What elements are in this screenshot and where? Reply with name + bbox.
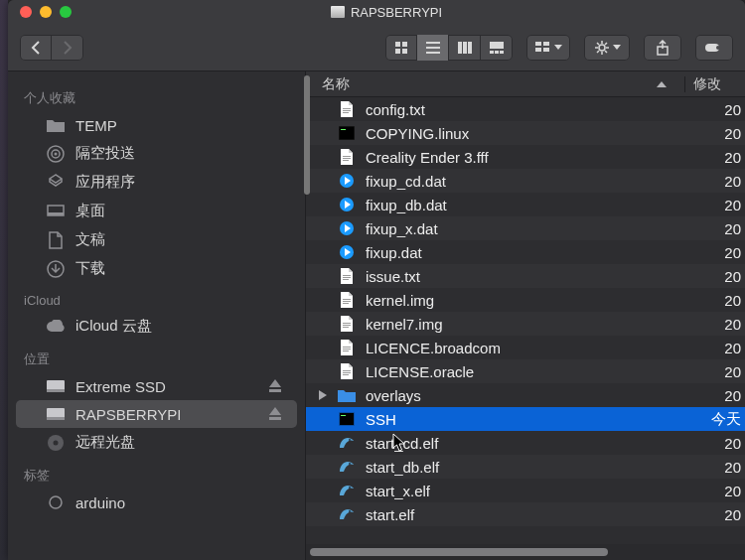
group-by-button[interactable]: [526, 35, 570, 61]
horizontal-scrollbar[interactable]: [306, 544, 745, 560]
sidebar-item-label: 下载: [75, 259, 281, 278]
file-name: config.txt: [366, 101, 695, 118]
sidebar-item-label: iCloud 云盘: [75, 317, 281, 336]
svg-rect-53: [343, 299, 351, 300]
column-view-button[interactable]: [449, 35, 481, 61]
minimize-window-button[interactable]: [40, 6, 52, 18]
doc-icon: [46, 231, 66, 249]
sidebar-item[interactable]: arduino: [16, 489, 297, 516]
svg-rect-58: [343, 327, 349, 328]
txt-file-icon: [338, 291, 356, 309]
sidebar-item[interactable]: Extreme SSD: [16, 372, 297, 400]
file-row[interactable]: start_x.elf20: [306, 479, 745, 502]
file-row[interactable]: LICENCE.broadcom20: [306, 336, 745, 359]
file-name: fixup_cd.dat: [366, 173, 695, 190]
group-icon: [535, 42, 551, 54]
svg-rect-9: [468, 42, 472, 54]
sidebar-section-header: 个人收藏: [8, 79, 305, 111]
svg-rect-3: [402, 49, 407, 54]
chevron-right-icon: [63, 41, 73, 55]
zoom-window-button[interactable]: [60, 6, 72, 18]
file-row[interactable]: COPYING.linux20: [306, 121, 745, 145]
file-row[interactable]: fixup.dat20: [306, 240, 745, 264]
eject-button[interactable]: [269, 407, 281, 421]
file-name: start_x.elf: [366, 483, 695, 499]
file-row[interactable]: issue.txt20: [306, 264, 745, 288]
file-row[interactable]: SSH今天: [306, 407, 745, 431]
sidebar-item[interactable]: 远程光盘: [16, 428, 297, 457]
svg-rect-39: [343, 112, 349, 113]
file-row[interactable]: overlays20: [306, 383, 745, 407]
sidebar-item[interactable]: iCloud 云盘: [16, 312, 297, 341]
tags-button[interactable]: [695, 35, 733, 61]
sidebar-item[interactable]: 应用程序: [16, 168, 297, 197]
apps-icon: [46, 174, 66, 192]
sidebar-item[interactable]: TEMP: [16, 111, 297, 139]
file-row[interactable]: fixup_x.dat20: [306, 216, 745, 240]
svg-rect-32: [47, 417, 65, 420]
file-row[interactable]: start_db.elf20: [306, 455, 745, 479]
svg-rect-29: [47, 389, 65, 392]
file-date: 20: [705, 363, 745, 380]
svg-rect-16: [543, 42, 549, 46]
icon-view-button[interactable]: [385, 35, 417, 61]
svg-rect-57: [343, 325, 351, 326]
elf-file-icon: [338, 434, 356, 452]
file-row[interactable]: fixup_cd.dat20: [306, 169, 745, 193]
svg-rect-43: [343, 156, 351, 157]
svg-point-18: [599, 45, 605, 51]
svg-rect-30: [269, 389, 281, 392]
file-date: 20: [705, 101, 745, 118]
file-name: start_db.elf: [366, 459, 695, 476]
column-header-name[interactable]: 名称: [322, 75, 676, 93]
file-row[interactable]: LICENSE.oracle20: [306, 359, 745, 383]
file-row[interactable]: kernel.img20: [306, 288, 745, 312]
column-header-name-label: 名称: [322, 75, 350, 93]
disclosure-triangle-icon[interactable]: [318, 390, 328, 400]
file-row[interactable]: config.txt20: [306, 97, 745, 121]
svg-rect-8: [463, 42, 467, 54]
sidebar-item-label: TEMP: [75, 117, 281, 134]
list-view-button[interactable]: [417, 35, 449, 61]
desktop-background: [0, 0, 8, 560]
toolbar: [8, 24, 745, 71]
sidebar-item-label: 桌面: [75, 202, 281, 220]
column-header-date[interactable]: 修改: [693, 75, 733, 93]
airdrop-icon: [46, 145, 66, 163]
eject-button[interactable]: [269, 379, 281, 393]
share-button[interactable]: [644, 35, 681, 61]
file-rows: config.txt20COPYING.linux20Creality Ende…: [306, 97, 745, 544]
action-menu-button[interactable]: [584, 35, 630, 61]
column-divider: [684, 76, 685, 92]
sidebar-item[interactable]: 文稿: [16, 225, 297, 254]
dat-file-icon: [338, 243, 356, 261]
file-name: COPYING.linux: [366, 125, 695, 142]
file-row[interactable]: Creality Ender 3.fff20: [306, 145, 745, 169]
chevron-left-icon: [31, 41, 41, 55]
sidebar-item-label: arduino: [75, 494, 281, 511]
sidebar-item[interactable]: 桌面: [16, 197, 297, 225]
back-button[interactable]: [20, 35, 52, 61]
scrollbar-thumb[interactable]: [310, 548, 608, 556]
sidebar-scrollbar-thumb[interactable]: [304, 75, 310, 195]
file-date: 20: [705, 220, 745, 237]
file-row[interactable]: start_cd.elf20: [306, 431, 745, 455]
file-name: kernel.img: [366, 292, 695, 309]
gallery-view-button[interactable]: [481, 35, 513, 61]
file-date: 20: [705, 197, 745, 213]
sidebar-section-header: iCloud: [8, 283, 305, 312]
sidebar-item[interactable]: 隔空投送: [16, 139, 297, 168]
forward-button[interactable]: [52, 35, 83, 61]
file-name: fixup_x.dat: [366, 220, 695, 237]
file-row[interactable]: fixup_db.dat20: [306, 193, 745, 216]
file-row[interactable]: start.elf20: [306, 502, 745, 526]
svg-rect-63: [343, 372, 351, 373]
svg-rect-2: [395, 49, 400, 54]
elf-file-icon: [338, 482, 356, 499]
svg-point-24: [55, 152, 58, 155]
sidebar-item[interactable]: RAPSBERRYPI: [16, 400, 297, 428]
file-row[interactable]: kernel7.img20: [306, 312, 745, 336]
sidebar-item[interactable]: 下载: [16, 254, 297, 283]
close-window-button[interactable]: [20, 6, 32, 18]
window-title-text: RAPSBERRYPI: [351, 5, 442, 20]
